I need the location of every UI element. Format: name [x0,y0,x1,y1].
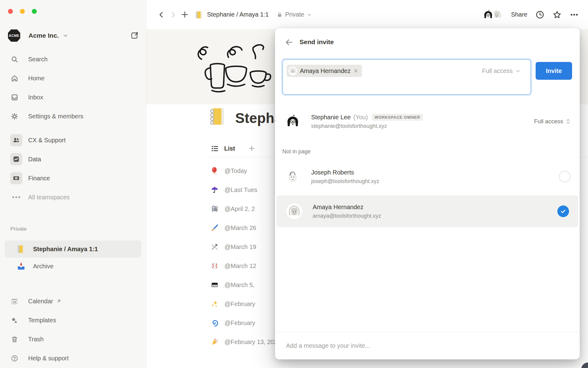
sidebar-item-trash[interactable]: Trash [0,330,146,349]
sidebar-item-label: Settings & members [28,113,83,120]
privacy-selector[interactable]: Private [277,11,311,18]
share-button[interactable]: Share [511,11,527,18]
sidebar-item-label: Finance [28,175,50,182]
member-access-selector[interactable]: Full access [534,118,571,125]
film-projector-emoji [211,205,219,213]
workspace-name: Acme Inc. [28,32,59,39]
add-view-icon[interactable] [248,145,255,152]
person-row-joseph[interactable]: Joseph Roberts joseph@toolsforthought.xy… [275,163,580,190]
sidebar-item-search[interactable]: Search [0,50,146,69]
sidebar-item-label: Trash [28,336,43,343]
compose-new-page-icon[interactable] [129,30,141,41]
person-selected-check-icon[interactable] [557,205,569,217]
shapes-icon [10,316,18,324]
page-icon-notebook-emoji[interactable] [208,106,228,126]
question-circle-icon [10,354,18,362]
sidebar-item-data[interactable]: Data [0,150,146,169]
sidebar-item-calendar[interactable]: 16 Calendar [0,292,146,311]
recipient-tag[interactable]: Amaya Hernandez [287,65,362,77]
teamspace-people-icon [10,134,22,146]
clock-history-icon[interactable] [535,10,545,19]
sidebar-item-label: Inbox [28,94,43,101]
send-invite-dialog: Send invite Amaya Hernandez Full access … [275,28,580,359]
sidebar-item-label: Help & support [28,355,69,362]
date-mention: @February [224,301,255,308]
sidebar-item-settings[interactable]: Settings & members [0,107,146,126]
inbox-tray-emoji [17,262,26,271]
breadcrumb[interactable]: Stephanie / Amaya 1:1 [207,11,269,18]
teamspace-banknote-icon [10,172,22,184]
amaya-avatar [288,67,297,75]
window-close-button[interactable] [8,9,13,14]
back-icon[interactable] [156,9,167,21]
date-mention: @February [224,320,255,327]
sidebar-item-home[interactable]: Home [0,69,146,88]
remove-tag-icon[interactable] [353,68,358,73]
privacy-label: Private [285,11,304,18]
umbrella-emoji [211,186,219,194]
stephanie-avatar [285,113,301,129]
star-icon[interactable] [552,10,562,19]
lock-icon [277,12,283,18]
invite-message-area[interactable]: Add a message to your invite... [275,332,580,359]
invite-button[interactable]: Invite [536,62,572,80]
chevron-down-icon [307,12,312,17]
sidebar: ACME Acme Inc. Search Home Inbox [0,0,146,368]
dialog-title: Send invite [300,38,334,46]
back-arrow-icon[interactable] [284,37,294,47]
sidebar-item-help[interactable]: Help & support [0,349,146,368]
sidebar-item-archive[interactable]: Archive [5,258,141,275]
external-link-arrow-icon [56,298,62,304]
forward-icon[interactable] [167,9,179,21]
sparkles-emoji [211,300,219,308]
person-select-radio[interactable] [559,171,571,182]
more-options-icon[interactable] [570,10,579,19]
sidebar-item-finance[interactable]: Finance [0,169,146,188]
search-icon [10,55,18,63]
cyclone-emoji [211,319,219,327]
tab-list[interactable]: List [224,145,235,152]
access-level-label: Full access [482,67,513,75]
sidebar-item-inbox[interactable]: Inbox [0,88,146,107]
recipient-name: Amaya Hernandez [300,67,351,75]
sidebar-item-label: Templates [28,317,56,324]
sidebar-item-label: Search [28,56,47,63]
workspace-switcher[interactable]: ACME Acme Inc. [8,28,141,44]
notebook-emoji [17,244,26,254]
musical-keyboard-emoji [211,281,219,289]
sidebar-item-all-teamspaces[interactable]: All teamspaces [0,188,146,207]
sidebar-item-templates[interactable]: Templates [0,311,146,330]
date-mention: @March 5, [224,282,254,289]
collaborator-avatars[interactable] [482,8,503,21]
sidebar-item-cx-support[interactable]: CX & Support [0,131,146,150]
balloon-emoji [211,167,219,175]
list-view-icon [211,144,219,153]
person-email: joseph@toolsforthought.xyz [311,178,379,185]
member-row-owner: Stephanie Lee (You) WORKSPACE OWNER step… [275,112,580,131]
member-you-suffix: (You) [353,114,368,121]
person-row-amaya[interactable]: Amaya Hernandez amaya@toolsforthought.xy… [277,195,578,227]
joseph-avatar [285,169,301,185]
sidebar-item-label: Stephanie / Amaya 1:1 [33,246,98,253]
window-zoom-button[interactable] [32,9,37,14]
ellipsis-icon [10,196,22,198]
paintbrush-emoji [211,224,219,232]
stephanie-avatar [482,8,495,21]
sidebar-item-label: Calendar [28,298,53,305]
sidebar-item-label: Home [28,75,44,82]
workspace-owner-badge: WORKSPACE OWNER [372,114,423,121]
date-mention: @Today [224,167,247,174]
add-page-icon[interactable] [179,9,190,21]
member-name: Stephanie Lee [311,114,351,121]
party-popper-emoji [211,338,219,346]
date-mention: @February 13, 2024 [224,339,281,346]
teamspace-chart-icon [10,153,22,165]
window-minimize-button[interactable] [20,9,25,14]
sidebar-item-label: Archive [33,263,54,270]
sidebar-item-stephanie-amaya[interactable]: Stephanie / Amaya 1:1 [5,240,141,258]
invite-recipients-input[interactable]: Amaya Hernandez Full access [282,59,531,95]
date-mention: @March 26 [224,224,256,232]
date-mention: @Last Tues [224,186,257,194]
access-level-selector[interactable]: Full access [482,60,521,82]
window-controls [8,9,37,14]
